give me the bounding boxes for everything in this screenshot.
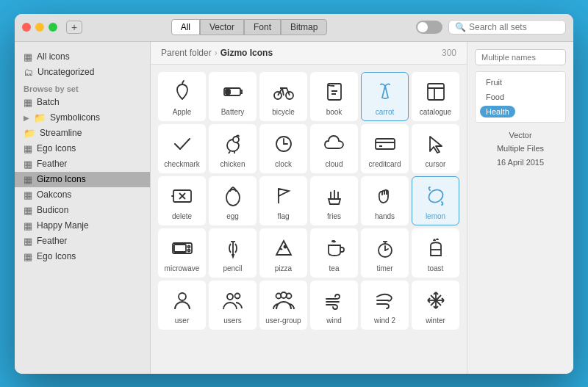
grid-icon-budicon: ▦ <box>24 205 32 216</box>
icon-cell-user-group[interactable]: user-group <box>259 281 307 330</box>
svg-point-19 <box>227 294 233 300</box>
sidebar-item-feather[interactable]: ▦ Feather <box>15 156 150 172</box>
minimize-button[interactable] <box>35 23 44 32</box>
search-input[interactable] <box>469 22 557 32</box>
book-icon <box>321 79 348 105</box>
icon-cell-creditcard[interactable]: creditcard <box>361 124 409 173</box>
svg-point-15 <box>187 249 190 251</box>
svg-rect-1 <box>226 90 230 94</box>
icon-cell-pizza[interactable]: pizza <box>259 228 307 278</box>
sidebar-item-uncategorized[interactable]: 🗂 Uncategorized <box>15 65 150 80</box>
icon-cell-fries[interactable]: fries <box>310 176 358 225</box>
sidebar-label-happy-manje: Happy Manje <box>37 220 89 231</box>
sidebar-item-streamline[interactable]: 📁 Streamline <box>15 126 150 141</box>
sidebar-item-all-icons[interactable]: ▦ All icons <box>15 49 150 65</box>
sidebar-item-feather2[interactable]: ▦ Feather <box>15 234 150 249</box>
sidebar-item-batch[interactable]: ▦ Batch <box>15 95 150 110</box>
icon-label-user: user <box>175 317 189 325</box>
icon-cell-user[interactable]: user <box>158 281 206 330</box>
icon-label-catalogue: catalogue <box>420 108 451 116</box>
icon-cell-apple[interactable]: Apple <box>158 72 206 121</box>
filter-font[interactable]: Font <box>244 19 281 35</box>
icon-cell-wind[interactable]: wind <box>310 281 358 330</box>
icon-cell-egg[interactable]: egg <box>209 176 257 225</box>
icon-cell-bicycle[interactable]: bicycle <box>259 72 307 121</box>
icon-label-winter: winter <box>426 317 445 325</box>
search-icon: 🔍 <box>455 22 466 32</box>
icon-cell-book[interactable]: book <box>310 72 358 121</box>
sidebar-item-ego-icons[interactable]: ▦ Ego Icons <box>15 141 150 156</box>
multiple-names-input[interactable] <box>475 49 566 65</box>
filter-bitmap[interactable]: Bitmap <box>281 19 327 35</box>
filter-vector[interactable]: Vector <box>200 19 244 35</box>
winter-icon <box>423 287 449 314</box>
icon-cell-chicken[interactable]: chicken <box>209 124 257 173</box>
user-group-icon <box>270 287 297 314</box>
browse-by-set-label: Browse by set <box>15 80 150 95</box>
grid-icon-ego2: ▦ <box>24 251 32 262</box>
sidebar-label-ego2: Ego Icons <box>37 251 76 261</box>
close-button[interactable] <box>22 23 31 32</box>
icon-label-creditcard: creditcard <box>369 160 401 168</box>
icon-cell-tea[interactable]: tea <box>310 228 358 278</box>
icon-cell-winter[interactable]: winter <box>412 281 459 330</box>
breadcrumb-count: 300 <box>442 48 456 58</box>
icon-cell-microwave[interactable]: microwave <box>158 228 206 278</box>
icon-cell-users[interactable]: users <box>209 281 257 330</box>
icon-label-delete: delete <box>172 212 192 220</box>
tag-health[interactable]: Health <box>480 106 515 117</box>
icon-cell-carrot[interactable]: carrot <box>361 72 409 121</box>
icon-cell-wind2[interactable]: wind 2 <box>361 281 409 330</box>
icon-cell-cursor[interactable]: cursor <box>412 124 459 173</box>
add-button[interactable]: + <box>66 21 82 34</box>
breadcrumb-parent[interactable]: Parent folder <box>161 48 212 58</box>
cloud-icon <box>321 131 348 157</box>
sidebar-item-gizmo[interactable]: ▦ Gizmo Icons <box>15 172 150 187</box>
icon-label-carrot: carrot <box>376 108 395 116</box>
fries-icon <box>321 183 348 209</box>
sidebar-item-oakcons[interactable]: ▦ Oakcons <box>15 187 150 203</box>
maximize-button[interactable] <box>49 23 57 32</box>
detail-date: 16 April 2015 <box>475 156 566 170</box>
icon-grid: Apple Battery <box>151 65 467 374</box>
icon-area: Parent folder › Gizmo Icons 300 Apple <box>151 42 467 374</box>
hands-icon <box>372 183 398 209</box>
icon-cell-catalogue[interactable]: catalogue <box>412 72 459 121</box>
grid-icon-ego: ▦ <box>24 143 32 154</box>
flag-icon <box>270 183 297 209</box>
icon-cell-timer[interactable]: timer <box>361 228 409 278</box>
icon-cell-cloud[interactable]: cloud <box>310 124 358 173</box>
tag-food[interactable]: Food <box>480 91 510 103</box>
sidebar-item-symbolicons[interactable]: ▶ 📁 Symbolicons <box>15 110 150 126</box>
icon-label-wind: wind <box>326 317 342 325</box>
sidebar-item-happy-manje[interactable]: ▦ Happy Manje <box>15 218 150 234</box>
icon-label-users: users <box>223 317 241 325</box>
tag-fruit[interactable]: Fruit <box>480 76 508 88</box>
icon-cell-flag[interactable]: flag <box>259 176 307 225</box>
creditcard-icon <box>372 131 398 157</box>
sidebar-item-budicon[interactable]: ▦ Budicon <box>15 203 150 218</box>
icon-cell-clock[interactable]: clock <box>259 124 307 173</box>
icon-cell-pencil[interactable]: pencil <box>209 228 257 278</box>
icon-label-cloud: cloud <box>326 160 343 168</box>
sidebar-label-gizmo: Gizmo Icons <box>37 174 86 184</box>
folder-icon-symbolicons: 📁 <box>34 112 46 123</box>
sidebar-item-ego2[interactable]: ▦ Ego Icons <box>15 249 150 264</box>
toggle-switch[interactable] <box>416 21 442 34</box>
icon-cell-battery[interactable]: Battery <box>209 72 257 121</box>
icon-cell-lemon[interactable]: lemon <box>412 176 459 225</box>
icon-cell-checkmark[interactable]: checkmark <box>158 124 206 173</box>
sidebar-label-batch: Batch <box>37 97 60 107</box>
filter-all[interactable]: All <box>171 19 200 35</box>
icon-cell-toast[interactable]: toast <box>412 228 459 278</box>
icon-label-timer: timer <box>376 264 392 272</box>
folder-icon-streamline: 📁 <box>24 128 35 139</box>
icon-cell-hands[interactable]: hands <box>361 176 409 225</box>
svg-point-18 <box>179 293 186 300</box>
main-window: + All Vector Font Bitmap 🔍 ▦ All icons 🗂… <box>15 14 573 374</box>
svg-point-16 <box>284 245 286 247</box>
search-bar: 🔍 <box>448 20 566 35</box>
icon-cell-delete[interactable]: delete <box>158 176 206 225</box>
egg-icon <box>220 183 246 209</box>
icon-label-microwave: microwave <box>165 264 200 272</box>
